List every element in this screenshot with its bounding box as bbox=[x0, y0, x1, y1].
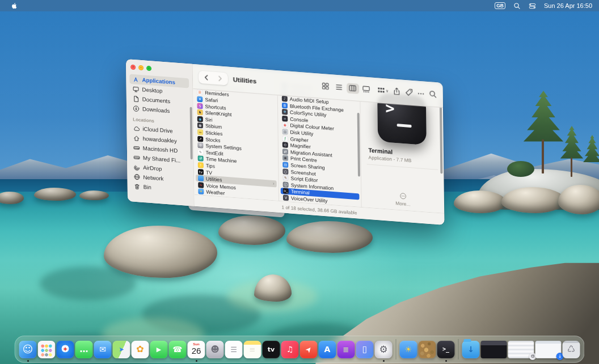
dock-music[interactable]: ♫ bbox=[281, 341, 299, 358]
dock-messages[interactable]: … bbox=[75, 341, 93, 358]
wallpaper-rock bbox=[501, 187, 565, 213]
column-scrollbar[interactable] bbox=[357, 113, 360, 177]
control-center-icon[interactable] bbox=[529, 2, 536, 10]
icon-view-button[interactable] bbox=[319, 81, 332, 92]
wallpaper-rock bbox=[0, 192, 24, 204]
dock-tile bbox=[419, 341, 436, 358]
list-item-label: Siri bbox=[205, 117, 213, 123]
sidebar-item-icon bbox=[133, 95, 140, 103]
app-icon: ◉ bbox=[282, 122, 288, 128]
dock-cork-texture-app[interactable] bbox=[419, 341, 436, 358]
dock-mail[interactable]: ✉ bbox=[94, 341, 112, 358]
apple-icon bbox=[11, 2, 18, 10]
app-icon: ✎ bbox=[197, 149, 203, 155]
dock-tile: ↓ bbox=[535, 341, 562, 358]
dock-phone[interactable]: ☎ bbox=[169, 341, 187, 358]
finder-window: × − + Applications Desktop Documents Dow… bbox=[126, 59, 444, 225]
dock-rocket-app[interactable]: ➤ bbox=[300, 341, 318, 358]
sidebar-item-label: Downloads bbox=[142, 105, 170, 114]
dock-divider[interactable] bbox=[458, 339, 459, 359]
zoom-button[interactable]: + bbox=[146, 66, 151, 71]
dock-glyph: ☺ bbox=[23, 344, 33, 354]
dock-minimized-terminal-window[interactable] bbox=[481, 341, 507, 358]
share-button[interactable] bbox=[393, 86, 401, 97]
dock-calendar[interactable]: Sun 26 bbox=[188, 341, 205, 358]
app-icon: B bbox=[282, 102, 288, 108]
search-icon[interactable] bbox=[513, 2, 521, 10]
app-icon: ✦ bbox=[197, 96, 203, 103]
dock-maps[interactable]: ➤ bbox=[113, 341, 130, 358]
more-actions-button[interactable]: ⋯ bbox=[417, 88, 425, 99]
tag-button[interactable] bbox=[405, 87, 414, 98]
chevron-down-icon: ∨ bbox=[386, 88, 389, 93]
dock-safari[interactable]: ✦ bbox=[57, 341, 74, 358]
dock-finder[interactable]: ☺ bbox=[19, 341, 37, 358]
dock-notes[interactable]: ≡ bbox=[244, 341, 261, 358]
gallery-view-button[interactable] bbox=[360, 84, 373, 95]
preview-scrollbar[interactable] bbox=[440, 99, 443, 174]
app-icon: ⊙ bbox=[282, 142, 288, 148]
dock-reminders[interactable]: ☰ bbox=[225, 341, 243, 358]
close-button[interactable]: × bbox=[130, 65, 136, 70]
app-icon: V bbox=[283, 194, 289, 201]
dock-tile: ♺ bbox=[563, 341, 580, 358]
sidebar-scrollbar[interactable] bbox=[190, 107, 193, 160]
list-item-label: Utilities bbox=[206, 176, 222, 183]
more-circle-icon bbox=[399, 192, 407, 200]
search-button[interactable] bbox=[429, 89, 437, 100]
list-item-label: Safari bbox=[205, 97, 218, 104]
dock-glyph: A bbox=[324, 345, 331, 353]
dock-purple-utility-app[interactable]: ≣ bbox=[338, 341, 355, 358]
dock-launchpad[interactable] bbox=[38, 341, 56, 358]
app-icon: ♞ bbox=[197, 109, 203, 116]
minimize-button[interactable]: − bbox=[138, 65, 144, 71]
app-icon: ◎ bbox=[282, 129, 288, 135]
dock-glyph: ↓ bbox=[467, 345, 474, 353]
app-icon: ⓘ bbox=[283, 181, 289, 188]
sidebar-favorites: Applications Desktop Documents Downloads bbox=[129, 74, 189, 117]
dock-contacts[interactable]: ☻ bbox=[206, 341, 224, 358]
calendar-day: 26 bbox=[188, 346, 205, 355]
sidebar-item-label: Macintosh HD bbox=[143, 145, 178, 154]
more-button[interactable]: More... bbox=[361, 189, 444, 210]
dock-weather[interactable]: ☀ bbox=[400, 341, 417, 358]
dock-bin[interactable]: ♺ bbox=[563, 341, 580, 358]
menu-bar-left bbox=[0, 2, 93, 10]
dock-iphone-app[interactable]: ▯ bbox=[356, 341, 374, 358]
dock-glyph: tv bbox=[268, 346, 275, 353]
app-icon: ▣ bbox=[282, 155, 288, 162]
sidebar-item-icon bbox=[133, 173, 140, 180]
dock-divider[interactable] bbox=[396, 339, 396, 359]
forward-button[interactable] bbox=[216, 74, 224, 82]
dock-app-store[interactable]: A bbox=[319, 341, 336, 358]
dock-terminal[interactable]: >_ bbox=[437, 341, 455, 358]
apple-menu[interactable] bbox=[7, 2, 22, 10]
wallpaper-rock bbox=[34, 188, 76, 201]
dock-photos[interactable]: ✿ bbox=[132, 341, 149, 358]
dock-facetime[interactable]: ▶ bbox=[150, 341, 168, 358]
terminal-underscore-glyph bbox=[397, 124, 412, 127]
dock-downloads-folder[interactable]: ↓ bbox=[462, 341, 480, 358]
dock-minimized-window[interactable]: ↓ bbox=[535, 341, 562, 358]
input-source-badge[interactable]: GB bbox=[495, 2, 505, 9]
dock-tile: ✉ bbox=[94, 341, 112, 358]
sidebar-item-label: Desktop bbox=[142, 86, 162, 94]
group-by-button[interactable]: ∨ bbox=[377, 85, 389, 96]
app-icon: ♪ bbox=[282, 96, 288, 102]
menu-bar-clock[interactable]: Sun 26 Apr 16:50 bbox=[544, 2, 592, 9]
dock-glyph: ☀ bbox=[405, 345, 412, 353]
back-button[interactable] bbox=[203, 73, 210, 82]
list-view-button[interactable] bbox=[333, 82, 345, 93]
sidebar-item-label: Documents bbox=[142, 96, 171, 104]
app-icon: S bbox=[197, 103, 203, 109]
dock-tile: ☻ bbox=[206, 341, 224, 358]
column-view-button[interactable] bbox=[347, 83, 359, 94]
dock-glyph: ▯ bbox=[362, 345, 367, 354]
dock-tile: ➤ bbox=[113, 341, 130, 358]
dock-minimized-settings-window[interactable]: ⚙ bbox=[508, 341, 534, 358]
dock-apple-tv[interactable]: tv bbox=[263, 341, 280, 358]
dock-system-preferences[interactable]: ⚙ bbox=[375, 341, 393, 358]
dock-glyph: ♺ bbox=[567, 345, 575, 354]
list-item-label: Tips bbox=[206, 163, 215, 169]
sidebar-item-icon bbox=[133, 144, 140, 151]
